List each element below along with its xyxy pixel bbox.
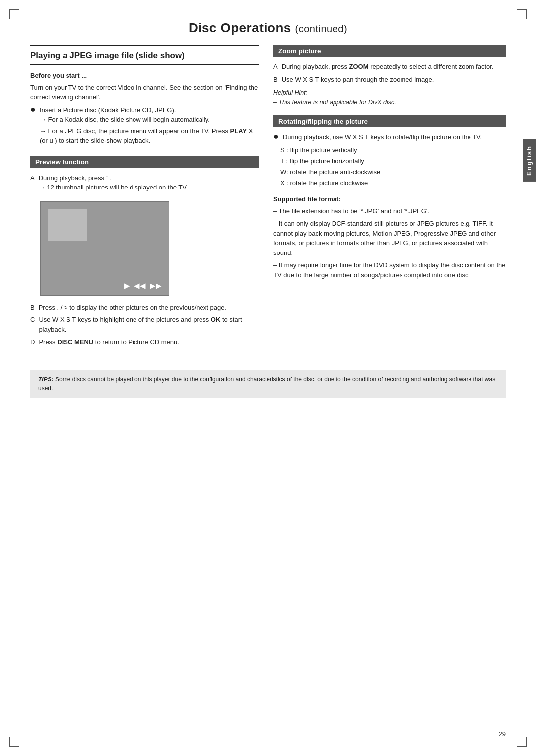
page-title: Disc Operations (continued): [30, 20, 506, 36]
step-a-text: During playback, press ¨ .: [39, 174, 112, 182]
step-c-text: Use W X S T keys to highlight one of the…: [39, 316, 209, 323]
zoom-step-b: B Use W X S T keys to pan through the zo…: [273, 75, 506, 85]
bullet-insert-disc: ● Insert a Picture disc (Kodak Picture C…: [30, 105, 259, 148]
step-a-arrow: → 12 thumbnail pictures will be displaye…: [39, 183, 259, 192]
zoom-a-rest: repeatedly to select a different zoom fa…: [370, 63, 493, 70]
step-b-content: Press . / > to display the other picture…: [39, 303, 259, 313]
step-a-letter: A: [30, 173, 35, 194]
zoom-b-content: Use W X S T keys to pan through the zoom…: [282, 75, 506, 85]
step-c-content: Use W X S T keys to highlight one of the…: [39, 315, 259, 334]
zoom-section-box: Zoom picture: [273, 45, 506, 57]
step-a: A During playback, press ¨ . → 12 thumbn…: [30, 173, 259, 194]
thumbnail-image: ▶ ◀◀ ▶▶: [40, 201, 169, 296]
step-d-text: Press: [39, 338, 55, 346]
bullet-insert-text: Insert a Picture disc (Kodak Picture CD,…: [40, 105, 259, 148]
corner-mark-tr: [517, 9, 527, 19]
main-columns: Playing a JPEG image file (slide show) B…: [30, 45, 506, 350]
step-d-letter: D: [30, 337, 35, 347]
step-d-content: Press DISC MENU to return to Picture CD …: [39, 337, 259, 347]
rotating-section-box: Rotating/flipping the picture: [273, 115, 506, 127]
thumbnail-controls: ▶ ◀◀ ▶▶: [124, 281, 162, 290]
disc-menu-label: DISC MENU: [57, 338, 93, 346]
zoom-step-a: A During playback, press ZOOM repeatedly…: [273, 62, 506, 72]
rotate-keys: S : flip the picture vertically T : flip…: [280, 145, 506, 189]
play-label: PLAY: [230, 127, 247, 135]
english-tab: English: [523, 139, 536, 182]
ok-label: OK: [211, 316, 221, 323]
tips-text: Some discs cannot be played on this play…: [38, 376, 495, 392]
corner-mark-tl: [9, 9, 19, 19]
zoom-label: ZOOM: [349, 63, 369, 70]
helpful-hint-text: – This feature is not applicable for Div…: [273, 99, 396, 106]
zoom-b-letter: B: [273, 75, 278, 85]
step-a-content: During playback, press ¨ . → 12 thumbnai…: [39, 173, 259, 194]
page-number: 29: [499, 730, 506, 738]
helpful-hint: Helpful Hint: – This feature is not appl…: [273, 88, 506, 107]
thumbnail-inner: [48, 209, 87, 241]
rotating-bullet-content: During playback, use W X S T keys to rot…: [283, 132, 506, 142]
right-column: Zoom picture A During playback, press ZO…: [273, 45, 506, 350]
prev-icon: ◀◀: [134, 281, 146, 290]
zoom-a-content: During playback, press ZOOM repeatedly t…: [282, 62, 506, 72]
title-main: Disc Operations: [189, 20, 291, 35]
page: English Disc Operations (continued) Play…: [0, 0, 536, 756]
rotate-w: W: rotate the picture anti-clockwise: [280, 168, 380, 176]
next-icon: ▶▶: [150, 281, 162, 290]
supported-dash3: – It may require longer time for the DVD…: [273, 260, 506, 280]
step-b-letter: B: [30, 303, 35, 313]
supported-dash2: – It can only display DCF-standard still…: [273, 219, 506, 257]
corner-mark-br: [517, 737, 527, 747]
tips-box: TIPS: Some discs cannot be played on thi…: [30, 370, 506, 398]
title-suffix: (continued): [295, 23, 348, 34]
supported-dash1: – The file extension has to be '*.JPG' a…: [273, 206, 506, 216]
section-title: Playing a JPEG image file (slide show): [30, 45, 259, 65]
rotating-bullet-dot: ●: [273, 131, 279, 142]
zoom-a-text: During playback, press: [282, 63, 347, 70]
step-c-letter: C: [30, 315, 35, 334]
rotate-s: S : flip the picture vertically: [280, 146, 357, 154]
supported-file-label: Supported file format:: [273, 194, 506, 204]
rotate-t: T : flip the picture horizontally: [280, 157, 364, 165]
preview-section-box: Preview function: [30, 156, 259, 168]
rotating-bullet: ● During playback, use W X S T keys to r…: [273, 132, 506, 142]
before-you-start-label: Before you start ...: [30, 71, 259, 81]
arrow-jpeg: → For a JPEG disc, the picture menu will…: [40, 126, 259, 146]
before-you-start-text: Turn on your TV to the correct Video In …: [30, 83, 259, 102]
insert-disc-text: Insert a Picture disc (Kodak Picture CD,…: [40, 106, 176, 114]
rotate-x: X : rotate the picture clockwise: [280, 179, 368, 187]
tips-label: TIPS:: [38, 376, 54, 383]
arrow-kodak: → For a Kodak disc, the slide show will …: [40, 115, 259, 125]
step-c: C Use W X S T keys to highlight one of t…: [30, 315, 259, 334]
step-d: D Press DISC MENU to return to Picture C…: [30, 337, 259, 347]
step-d-rest: to return to Picture CD menu.: [95, 338, 179, 346]
step-b: B Press . / > to display the other pictu…: [30, 303, 259, 313]
corner-mark-bl: [9, 737, 19, 747]
arrow2-text: → For a JPEG disc, the picture menu will…: [40, 127, 228, 135]
play-icon: ▶: [124, 281, 130, 290]
left-column: Playing a JPEG image file (slide show) B…: [30, 45, 259, 350]
helpful-hint-label: Helpful Hint:: [273, 89, 307, 96]
bullet-dot: ●: [30, 104, 36, 115]
zoom-a-letter: A: [273, 62, 278, 72]
